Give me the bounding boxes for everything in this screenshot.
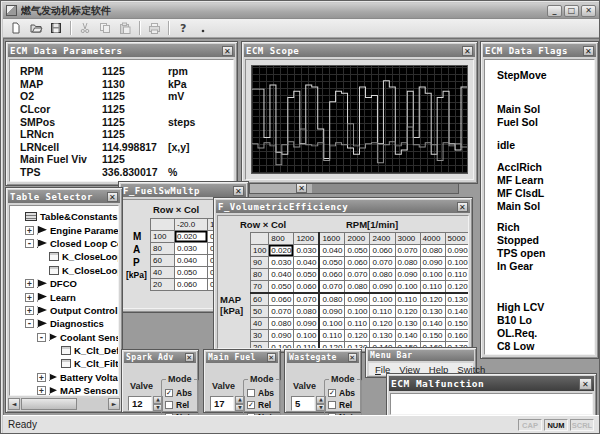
titlebar[interactable]: ECM Malfunction ✕ (389, 376, 594, 391)
help-icon[interactable]: ? (174, 20, 192, 36)
tree-expander-icon[interactable]: + (25, 279, 34, 288)
table-cell[interactable]: 0.030 (269, 257, 294, 269)
tree-item[interactable]: K_CloseLoop.Usel (10, 264, 118, 277)
table-cell[interactable]: 0.100 (420, 269, 445, 281)
titlebar[interactable]: Wastegate✕ (287, 352, 359, 363)
maximize-button[interactable]: □ (564, 5, 579, 17)
row-header[interactable]: 100 (251, 245, 269, 257)
titlebar[interactable]: ECM Scope ✕ (244, 44, 475, 57)
table-cell[interactable]: 0.130 (370, 330, 395, 342)
tree-item[interactable]: +DFCO (10, 277, 118, 290)
row-header[interactable]: 70 (251, 281, 269, 294)
table-cell[interactable]: 0.080 (319, 293, 345, 306)
table-cell[interactable]: 0.090 (370, 281, 395, 294)
tree-expander-icon[interactable]: + (25, 293, 34, 302)
table-cell[interactable]: 0.080 (370, 269, 395, 281)
table-cell[interactable]: 0.140 (395, 330, 420, 342)
table-cell[interactable]: 0.090 (420, 257, 445, 269)
tree-expander-icon[interactable]: - (25, 319, 34, 328)
table-cell[interactable]: 0.040 (269, 269, 294, 281)
checkbox-icon[interactable] (165, 401, 173, 409)
tree-item[interactable]: K_CloseLoop.Usef (10, 250, 118, 263)
tree-expander-icon[interactable]: + (25, 226, 34, 235)
titlebar[interactable]: ECM Data Parameters ✕ (8, 44, 235, 57)
row-header[interactable]: 30 (251, 330, 269, 342)
titlebar[interactable]: Menu Bar (368, 350, 474, 361)
table-cell[interactable]: 0.150 (420, 330, 445, 342)
valve-stepper[interactable]: 12▲▼ (128, 396, 163, 411)
table-cell[interactable]: 0.030 (294, 245, 320, 257)
checkbox-icon[interactable]: ✓ (247, 401, 255, 409)
tree-item[interactable]: K_Clt_Default (10, 344, 118, 357)
tree-item[interactable]: Table&Constants:99.1.00 (10, 210, 118, 223)
close-icon[interactable]: ✕ (233, 186, 244, 196)
titlebar[interactable]: Table Selector ✕ (8, 190, 120, 203)
table-cell[interactable]: 0.070 (294, 293, 320, 306)
close-icon[interactable]: ✕ (462, 46, 473, 56)
mode-option-abs[interactable]: ✓Abs (165, 388, 192, 398)
titlebar[interactable]: Spark Adv✕ (124, 352, 196, 363)
table-cell[interactable]: 0.110 (319, 330, 345, 342)
table-cell[interactable]: 0.100 (445, 257, 469, 269)
close-icon[interactable]: ✕ (348, 353, 357, 362)
tree-expander-icon[interactable]: + (37, 386, 46, 395)
minimize-button[interactable]: _ (547, 5, 562, 17)
scrollbar-thumb[interactable] (21, 398, 77, 410)
table-cell[interactable]: 0.150 (445, 318, 469, 330)
table-cell[interactable]: 0.130 (395, 318, 420, 330)
column-header[interactable]: 800 (269, 233, 294, 245)
tree-expander-icon[interactable]: - (25, 239, 34, 248)
table-cell[interactable]: 0.130 (445, 293, 469, 306)
table-cell[interactable]: 0.120 (345, 330, 370, 342)
row-header[interactable]: 80 (251, 269, 269, 281)
table-cell[interactable]: 0.040 (294, 257, 320, 269)
table-cell[interactable]: 0.110 (445, 269, 469, 281)
tree-item[interactable]: +Battery Voltage (10, 371, 118, 384)
table-cell[interactable]: 0.080 (294, 306, 320, 318)
table-cell[interactable]: 0.120 (319, 342, 345, 350)
table-cell[interactable]: 0.140 (420, 318, 445, 330)
table-cell[interactable]: 0.060 (269, 293, 294, 306)
close-icon[interactable]: ✕ (457, 202, 468, 212)
row-header[interactable]: 60 (151, 255, 175, 267)
titlebar[interactable]: F_VolumetricEfficiency ✕ (216, 200, 470, 213)
tree-item[interactable]: +Output Control (10, 304, 118, 317)
table-cell[interactable]: 0.120 (370, 318, 395, 330)
table-cell[interactable]: 0.040 (175, 255, 208, 267)
table-cell[interactable]: 0.100 (269, 342, 294, 350)
valve-value[interactable]: 12 (128, 396, 152, 411)
horizontal-scrollbar[interactable]: ◄ ► (8, 398, 120, 410)
row-header[interactable]: 80 (151, 243, 175, 255)
titlebar[interactable]: Main Fuel✕ (206, 352, 278, 363)
column-header[interactable]: 4000 (420, 233, 445, 245)
table-cell[interactable]: 0.100 (319, 318, 345, 330)
table-cell[interactable]: 0.100 (294, 330, 320, 342)
titlebar[interactable]: ECM Data Flags ✕ (483, 44, 596, 57)
close-icon[interactable]: ✕ (222, 46, 233, 56)
table-cell[interactable]: 0.070 (269, 306, 294, 318)
table-cell[interactable]: 0.090 (294, 318, 320, 330)
scroll-left-icon[interactable]: ◄ (8, 398, 20, 410)
table-cell[interactable]: 0.120 (445, 281, 469, 294)
checkbox-icon[interactable] (328, 401, 336, 409)
close-icon[interactable]: ✕ (267, 353, 276, 362)
tree-item[interactable]: -Diagnostics (10, 317, 118, 330)
table-cell[interactable]: 0.020 (269, 245, 294, 257)
table-cell[interactable]: 0.090 (319, 306, 345, 318)
table-cell[interactable]: 0.080 (420, 245, 445, 257)
mode-option-abs[interactable]: Abs (247, 388, 274, 398)
column-header[interactable]: 1600 (319, 233, 345, 245)
column-header[interactable]: 2000 (345, 233, 370, 245)
table-cell[interactable]: 0.100 (370, 293, 395, 306)
table-cell[interactable]: 0.120 (420, 293, 445, 306)
table-cell[interactable]: 0.110 (395, 293, 420, 306)
row-header[interactable]: 40 (251, 318, 269, 330)
table-cell[interactable]: 0.070 (345, 269, 370, 281)
row-header[interactable]: 20 (151, 279, 175, 291)
table-cell[interactable]: 0.090 (345, 293, 370, 306)
close-icon[interactable]: ✕ (579, 378, 592, 390)
tree-expander-icon[interactable]: + (25, 306, 34, 315)
new-icon[interactable] (7, 20, 25, 36)
scroll-right-icon[interactable]: ► (108, 398, 120, 410)
table-cell[interactable]: 0.110 (420, 281, 445, 294)
